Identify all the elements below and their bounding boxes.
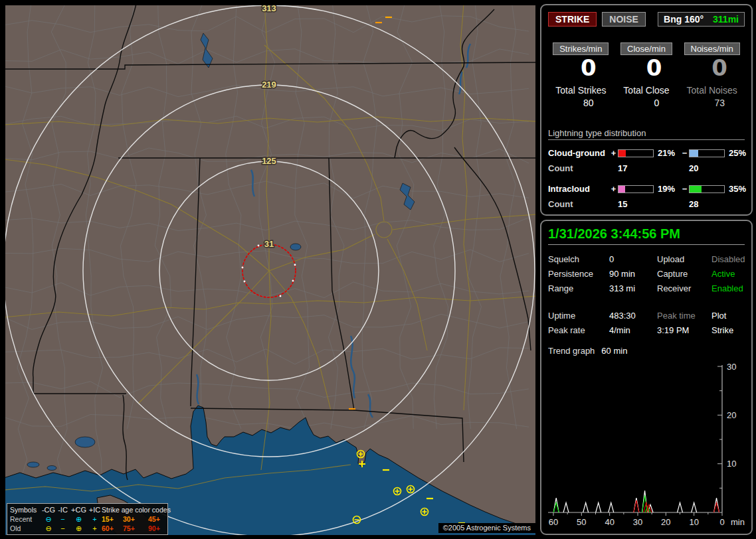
receiver-status: Enabled [711,283,745,293]
plus-icon: + [88,515,102,523]
intracloud-row: Intracloud + 19% − 35% [548,184,745,194]
svg-text:30: 30 [727,362,736,372]
bearing-distance: 311mi [713,14,739,25]
persistence-value: 90 min [609,269,657,279]
strike-button[interactable]: STRIKE [548,12,597,27]
upload-status: Disabled [711,254,745,264]
close-per-min-value: 0 [614,55,680,81]
svg-text:125: 125 [262,156,276,166]
strike-counters-panel: STRIKE NOISE Bng 160° 311mi Strikes/min … [540,4,753,216]
ic-positive-bar [618,185,654,193]
svg-text:10: 10 [689,517,698,527]
svg-text:min: min [731,517,745,527]
total-noises-label: Total Noises [679,85,745,96]
legend-row-recent: Recent ⊖ − ⊕ + 15+ 30+ 45+ [10,514,165,524]
peak-rate-label: Peak rate [548,325,609,335]
total-strikes-value: 80 [548,98,614,108]
peak-rate-value: 4/min [609,325,657,335]
strikes-per-min-value: 0 [548,55,614,81]
svg-text:31: 31 [264,239,274,249]
legend-row-old: Old ⊖ − ⊕ + 60+ 75+ 90+ [10,524,165,533]
svg-text:0: 0 [719,517,724,527]
close-per-min-header: Close/min [620,42,672,55]
range-value: 313 mi [609,283,657,293]
svg-text:50: 50 [577,517,586,527]
peak-time-label: Peak time [657,311,711,321]
cg-negative-bar [689,149,725,157]
svg-text:20: 20 [727,410,736,420]
trend-window-value: 60 min [601,346,627,356]
lightning-map[interactable]: 31125219313 Symbols -CG -IC [5,5,535,535]
cg-positive-bar [618,149,654,157]
settings-grid: Squelch 0 Upload Disabled Persistence 90… [548,254,745,293]
uptime-value: 483:30 [609,311,657,321]
stats-grid: Uptime 483:30 Peak time Plot Peak rate 4… [548,311,745,335]
uptime-label: Uptime [548,311,609,321]
distribution-title: Lightning type distribution [548,128,745,140]
noises-per-min-header: Noises/min [684,42,740,55]
minus-icon: − [680,184,689,194]
total-noises-value: 73 [679,98,745,108]
circle-minus-icon: ⊖ [41,515,56,524]
circle-minus-icon: ⊖ [41,524,56,533]
strikes-per-min-header: Strikes/min [553,42,609,55]
total-close-value: 0 [614,98,680,108]
plot-mode: Plot [711,311,745,321]
age-header: Strike age color codes [102,506,172,514]
svg-text:219: 219 [262,80,276,90]
circle-plus-icon: ⊕ [70,524,88,533]
intracloud-count-row: Count 15 28 [548,199,745,209]
squelch-value: 0 [609,254,657,264]
upload-label: Upload [657,254,711,264]
ic-negative-bar [689,185,725,193]
capture-label: Capture [657,269,711,279]
noise-button[interactable]: NOISE [602,12,646,27]
status-panel: 1/31/2026 3:44:56 PM Squelch 0 Upload Di… [540,220,753,535]
svg-text:313: 313 [262,5,276,13]
map-legend: Symbols -CG -IC +CG +IC Strike age color… [7,503,168,535]
minus-icon: − [56,524,70,532]
plus-icon: + [88,524,102,532]
plot-type: Strike [711,325,745,335]
persistence-label: Persistence [548,269,609,279]
cloud-ground-count-row: Count 17 20 [548,163,745,173]
plus-icon: + [609,184,618,194]
svg-text:10: 10 [727,459,736,469]
squelch-label: Squelch [548,254,609,264]
legend-header: Symbols [10,506,41,514]
cloud-ground-row: Cloud-ground + 21% − 25% [548,148,745,158]
capture-status: Active [711,269,745,279]
minus-icon: − [56,515,70,523]
svg-text:60: 60 [549,517,558,527]
total-close-label: Total Close [614,85,680,96]
bearing-label: Bng 160° [664,14,704,25]
minus-icon: − [680,148,689,158]
copyright-label: ©2005 Astrogenic Systems [438,523,535,533]
trend-graph: 1020306050403020100min [545,361,747,532]
map-canvas: 31125219313 [5,5,535,535]
svg-text:40: 40 [605,517,614,527]
trend-graph-label: Trend graph [548,346,595,356]
range-label: Range [548,283,609,293]
circle-plus-icon: ⊕ [70,515,88,524]
peak-time-value: 3:19 PM [657,325,711,335]
bearing-readout: Bng 160° 311mi [658,12,745,27]
datetime-display: 1/31/2026 3:44:56 PM [548,226,745,245]
plus-icon: + [609,148,618,158]
noises-per-min-value: 0 [679,55,745,81]
receiver-label: Receiver [657,283,711,293]
svg-text:30: 30 [633,517,642,527]
svg-text:20: 20 [661,517,670,527]
total-strikes-label: Total Strikes [548,85,614,96]
